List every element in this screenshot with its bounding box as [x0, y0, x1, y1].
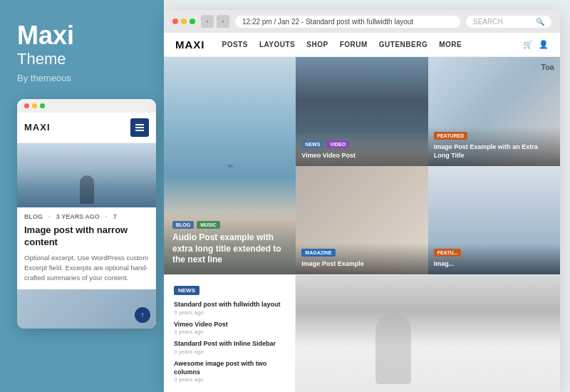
post-tags: FEATURED — [434, 132, 554, 140]
hero-figure — [80, 175, 94, 204]
boat-decoration — [227, 165, 233, 167]
user-icon[interactable]: 👤 — [539, 40, 549, 49]
hamburger-icon[interactable] — [130, 118, 149, 137]
mobile-header: MAXI — [17, 113, 156, 143]
desktop-chrome-dots — [172, 19, 195, 24]
post-vimeo[interactable]: NEWS VIDEO Vimeo Video Post — [296, 57, 428, 166]
menu-line — [135, 130, 144, 131]
chrome-search-bar[interactable]: SEARCH 🔍 — [466, 16, 551, 28]
post-overlay: FEATURED Image Post Example with an Extr… — [428, 126, 560, 165]
nav-item-gutenberg[interactable]: GUTENBERG — [379, 41, 428, 48]
back-button[interactable]: ‹ — [201, 15, 214, 28]
brand-by: By themeous — [17, 73, 147, 83]
nav-logo: MAXI — [175, 38, 205, 51]
post-featured[interactable]: FEATURED Image Post Example with an Extr… — [428, 57, 560, 166]
chrome-nav-buttons: ‹ › — [201, 15, 229, 28]
dot-green — [40, 103, 45, 108]
tag-magazine: MAGAZINE — [301, 249, 335, 257]
mobile-mockup: MAXI BLOG • 3 years ago • 7 Image post w… — [17, 99, 156, 329]
post-tags: NEWS VIDEO — [301, 140, 422, 148]
menu-line — [135, 127, 144, 128]
post-featured-title: Image Post Example with an Extra Long Ti… — [434, 143, 554, 160]
post-magazine-title: Image Post Example — [301, 260, 422, 269]
mobile-post-title: Image post with narrow content — [17, 223, 156, 253]
nav-items: POSTS LAYOUTS SHOP FORUM GUTENBERG MORE — [222, 41, 524, 48]
post-overlay: NEWS VIDEO Vimeo Video Post — [296, 135, 428, 166]
news-item-date: 3 years ago — [174, 329, 285, 335]
news-item[interactable]: Vimeo Video Post 3 years ago — [174, 321, 285, 336]
news-item-date: 3 years ago — [174, 309, 285, 316]
post-vimeo-title: Vimeo Video Post — [301, 152, 422, 160]
bottom-image — [296, 275, 560, 392]
desktop-nav: MAXI POSTS LAYOUTS SHOP FORUM GUTENBERG … — [164, 33, 560, 57]
hero-post-title: Audio Post example with extra long title… — [172, 232, 287, 266]
news-item[interactable]: Standard Post with Inline Sidebar 3 year… — [174, 340, 285, 355]
desktop-chrome-bar: ‹ › 12:22 pm / Jan 22 - Standard post wi… — [164, 10, 560, 33]
post-featured2[interactable]: FEATU... Imag... — [428, 166, 560, 275]
dot-green — [190, 19, 195, 24]
mobile-hero-image — [17, 143, 156, 207]
search-icon: 🔍 — [536, 18, 544, 26]
news-item-title: Standard post with fullwidth layout — [174, 301, 285, 309]
post-overlay: MAGAZINE Image Post Example — [296, 243, 428, 274]
dot-yellow — [181, 19, 187, 24]
mobile-post-excerpt: Optional excerpt. Use WordPress custom E… — [17, 253, 156, 289]
news-item[interactable]: Awesome image post with two columns 3 ye… — [174, 360, 285, 383]
nav-item-more[interactable]: MORE — [439, 41, 462, 48]
brand-title: Maxi — [17, 21, 147, 50]
cart-icon[interactable]: 🛒 — [523, 40, 533, 49]
news-item[interactable]: Standard post with fullwidth layout 3 ye… — [174, 301, 285, 316]
desktop-mockup: ‹ › 12:22 pm / Jan 22 - Standard post wi… — [164, 10, 560, 392]
nav-item-forum[interactable]: FORUM — [340, 41, 368, 48]
news-item-title: Standard Post with Inline Sidebar — [174, 340, 285, 349]
post-featured2-title: Imag... — [434, 260, 554, 269]
news-item-date: 3 years ago — [174, 376, 285, 383]
nav-item-shop[interactable]: SHOP — [306, 41, 328, 48]
forward-button[interactable]: › — [217, 15, 229, 28]
mobile-chrome-dots — [17, 99, 156, 113]
tag-news: NEWS — [301, 140, 323, 148]
news-badge: NEWS — [174, 286, 200, 295]
post-comments: 7 — [113, 213, 117, 220]
dot-red — [24, 103, 29, 108]
tag-blog: BLOG — [172, 221, 194, 229]
person-figure — [375, 313, 411, 384]
right-panel: ‹ › 12:22 pm / Jan 22 - Standard post wi… — [164, 0, 570, 392]
tag-featured: FEATURED — [434, 132, 468, 140]
arrow-up-icon: ↑ — [141, 311, 145, 319]
nav-item-layouts[interactable]: LAYOUTS — [259, 41, 295, 48]
post-hero-overlay: BLOG MUSIC Audio Post example with extra… — [164, 212, 296, 274]
menu-line — [135, 124, 144, 125]
dot-red — [172, 19, 178, 24]
post-hero[interactable]: BLOG MUSIC Audio Post example with extra… — [164, 57, 296, 274]
bottom-section: NEWS Standard post with fullwidth layout… — [164, 274, 560, 392]
post-date: 3 years ago — [56, 213, 100, 220]
dot-yellow — [32, 103, 37, 108]
post-tags: MAGAZINE — [301, 249, 422, 257]
url-text: 12:22 pm / Jan 22 - Standard post with f… — [242, 18, 413, 26]
search-placeholder: SEARCH — [473, 18, 503, 26]
news-item-title: Vimeo Video Post — [174, 321, 285, 329]
nav-icons: 🛒 👤 — [523, 40, 549, 49]
tag-music: MUSIC — [197, 221, 220, 229]
post-magazine[interactable]: MAGAZINE Image Post Example — [296, 166, 428, 275]
toa-label: Toa — [541, 63, 554, 71]
nav-item-posts[interactable]: POSTS — [222, 41, 248, 48]
tag-video: VIDEO — [326, 140, 349, 148]
posts-grid: BLOG MUSIC Audio Post example with extra… — [164, 57, 560, 274]
left-panel: Maxi Theme By themeous MAXI BLOG • 3 yea… — [0, 0, 164, 392]
url-bar[interactable]: 12:22 pm / Jan 22 - Standard post with f… — [235, 16, 460, 28]
tag-featured2: FEATU... — [434, 249, 462, 257]
mobile-logo: MAXI — [24, 122, 51, 133]
mobile-bottom-image: ↑ — [17, 289, 156, 329]
post-tags: FEATU... — [434, 249, 554, 257]
mobile-post-meta: BLOG • 3 years ago • 7 — [17, 207, 156, 223]
news-item-title: Awesome image post with two columns — [174, 360, 285, 376]
post-tags: BLOG MUSIC — [172, 221, 287, 229]
news-list: NEWS Standard post with fullwidth layout… — [164, 275, 296, 392]
news-item-date: 3 years ago — [174, 349, 285, 355]
post-overlay: FEATU... Imag... — [428, 243, 560, 274]
brand-subtitle: Theme — [17, 50, 147, 68]
scroll-up-button[interactable]: ↑ — [135, 307, 150, 323]
post-category-tag: BLOG — [24, 213, 43, 220]
